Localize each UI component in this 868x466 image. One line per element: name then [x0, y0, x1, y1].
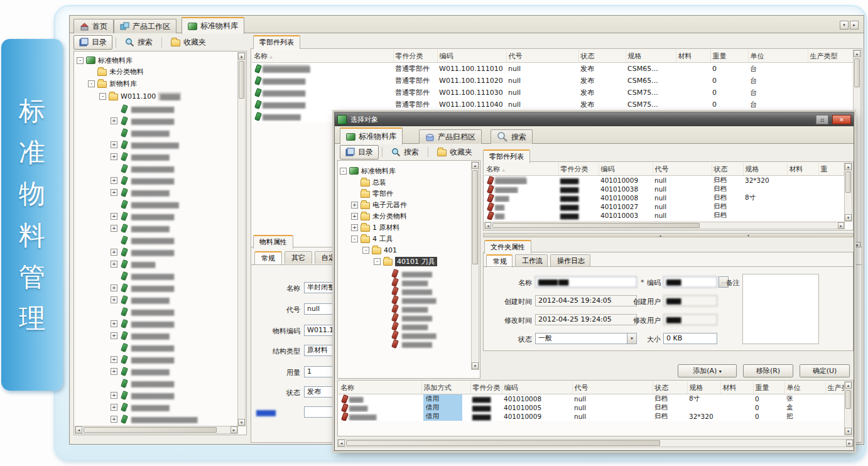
col-class[interactable]: 零件分类: [393, 50, 437, 63]
expand-icon[interactable]: +: [111, 153, 117, 160]
folder-props-tab[interactable]: 文件夹属性: [484, 240, 531, 254]
scroll-thumb[interactable]: [845, 390, 851, 409]
dialog-tree-item[interactable]: ▆▆▆▆▆▆▆: [391, 286, 472, 295]
scroll-thumb[interactable]: [854, 58, 860, 87]
scroll-left-arrow[interactable]: ◂: [75, 426, 82, 433]
col-spec[interactable]: 规格: [743, 163, 787, 176]
expand-icon[interactable]: +: [111, 177, 117, 184]
expand-icon[interactable]: +: [111, 296, 117, 303]
expand-icon[interactable]: +: [111, 404, 117, 411]
col-name[interactable]: 名称: [339, 381, 421, 394]
expand-icon[interactable]: +: [351, 202, 358, 209]
tree-item[interactable]: + ▆▆▆▆▆: [111, 259, 236, 269]
col-add-method[interactable]: 添加方式: [421, 381, 470, 394]
expand-icon[interactable]: +: [111, 189, 117, 196]
dialog-tree-vertical-scrollbar[interactable]: ▴ ▾: [471, 161, 479, 370]
dialog-selected-vertical-scrollbar[interactable]: ▴ ▾: [844, 381, 852, 435]
collapse-icon[interactable]: -: [77, 57, 84, 64]
dialog-tree-node[interactable]: + 1 原材料: [351, 222, 400, 232]
modifier-field[interactable]: ▆▆▆: [663, 314, 717, 325]
expand-icon[interactable]: [111, 273, 117, 279]
material-props-tab[interactable]: 物料属性: [253, 235, 293, 249]
col-code[interactable]: 编码: [502, 381, 572, 394]
col-name[interactable]: 名称 ▵: [484, 163, 558, 176]
tree-item[interactable]: + ▆▆▆▆▆▆▆▆: [111, 330, 236, 340]
expand-icon[interactable]: [111, 380, 117, 387]
tree-item[interactable]: ▆▆▆▆▆▆▆▆▆: [111, 306, 236, 317]
tree-node-root[interactable]: - 标准物料库: [77, 55, 133, 65]
scroll-down-arrow[interactable]: ▾: [845, 214, 852, 221]
dialog-favorites-button[interactable]: 收藏夹: [431, 145, 478, 160]
expand-icon[interactable]: +: [111, 368, 117, 375]
expand-icon[interactable]: +: [111, 117, 117, 124]
creator-field[interactable]: ▆▆▆: [663, 295, 717, 306]
col-weight[interactable]: 重量: [753, 381, 784, 394]
expand-icon[interactable]: +: [111, 213, 117, 220]
scroll-down-arrow[interactable]: ▾: [472, 362, 479, 369]
expand-icon[interactable]: +: [111, 249, 117, 256]
dialog-parts-row[interactable]: ▆▆▆▆▆ ▆▆▆▆ 401010038 null 归档: [484, 185, 844, 193]
tree-item[interactable]: ▆▆▆▆▆▆▆▆▆: [111, 378, 236, 388]
dialog-selected-row[interactable]: ▆▆▆▆ 借用 ▆▆▆▆ 401010005 null 归档 0 盒: [339, 403, 845, 412]
dialog-tree-item[interactable]: ▆▆▆▆▆▆: [391, 322, 472, 330]
expand-icon[interactable]: +: [111, 261, 117, 268]
col-designation[interactable]: 代号: [572, 381, 653, 394]
tree-item[interactable]: ▆▆▆▆▆▆▆▆▆: [111, 342, 236, 352]
col-spec[interactable]: 规格: [687, 381, 720, 394]
collapse-icon[interactable]: -: [374, 258, 381, 265]
col-name[interactable]: 名称 ▵: [252, 50, 393, 63]
folder-subtab-general[interactable]: 常规: [486, 254, 513, 268]
col-material[interactable]: 材料: [676, 50, 710, 63]
expand-icon[interactable]: [111, 129, 117, 136]
scroll-down-arrow[interactable]: ▾: [238, 419, 245, 426]
expand-icon[interactable]: [111, 308, 117, 315]
col-status[interactable]: 状态: [712, 163, 743, 176]
dialog-tree-node[interactable]: - 4 工具: [351, 234, 393, 244]
scroll-thumb[interactable]: [845, 171, 851, 193]
tree-item[interactable]: + ▆▆▆▆▆▆▆▆▆: [111, 211, 236, 221]
tree-item[interactable]: + ▆▆▆▆▆▆▆▆: [111, 366, 236, 376]
dialog-tree-item[interactable]: ▆▆▆▆▆▆▆: [391, 269, 472, 278]
tree-node-unclassified[interactable]: 未分类物料: [88, 67, 144, 77]
col-designation[interactable]: 代号: [506, 50, 578, 63]
folder-subtab-log[interactable]: 操作日志: [550, 254, 590, 267]
tree-item[interactable]: + ▆▆▆▆▆▆▆▆▆: [111, 283, 236, 293]
scroll-thumb[interactable]: [84, 427, 217, 433]
expand-icon[interactable]: +: [111, 356, 117, 363]
scroll-up-arrow[interactable]: ▴: [845, 163, 852, 170]
parts-table-row[interactable]: ▆▆▆▆▆▆▆▆▆ 普通零部件 W011.100.111020 null 发布 …: [252, 75, 854, 87]
expand-icon[interactable]: +: [351, 224, 358, 231]
tree-item[interactable]: + ▆▆▆▆▆▆▆▆: [111, 402, 236, 412]
tree-item[interactable]: + ▆▆▆▆▆▆▆▆▆: [111, 390, 236, 400]
collapse-icon[interactable]: -: [340, 168, 347, 175]
tree-item[interactable]: + ▆▆▆▆▆▆▆▆: [111, 295, 236, 305]
dialog-selected-row[interactable]: ▆▆▆▆▆▆ 借用 ▆▆▆▆ 401010009 null 归档 32*320 …: [339, 412, 845, 421]
dialog-search-button[interactable]: 搜索: [386, 145, 425, 160]
expand-icon[interactable]: +: [111, 284, 117, 291]
dialog-splitter[interactable]: ▴ ▾: [483, 233, 854, 237]
size-field[interactable]: 0 KB: [663, 333, 717, 344]
expand-icon[interactable]: [111, 344, 117, 351]
dialog-parts-list-tab[interactable]: 零部件列表: [483, 149, 530, 163]
search-button[interactable]: 搜索: [119, 35, 158, 50]
tree-item[interactable]: + ▆▆▆▆▆▆▆▆▆: [111, 354, 236, 364]
dialog-tree-root[interactable]: - 标准物料库: [340, 166, 396, 176]
dialog-tree-node-401[interactable]: - 401: [362, 245, 397, 255]
expand-icon[interactable]: +: [111, 225, 117, 232]
expand-icon[interactable]: [111, 237, 117, 244]
dialog-tree-item[interactable]: ▆▆▆▆▆▆: [391, 304, 472, 313]
col-class[interactable]: 零件分类: [558, 163, 599, 176]
favorites-button[interactable]: 收藏夹: [165, 35, 212, 50]
expand-icon[interactable]: +: [111, 141, 117, 148]
dialog-tree-node[interactable]: + 电子元器件: [351, 200, 407, 210]
splitter-down-icon[interactable]: ▾: [747, 234, 749, 237]
expand-icon[interactable]: [111, 165, 117, 172]
tree-item[interactable]: + ▆▆▆▆▆▆▆▆▆▆: [111, 139, 236, 149]
dialog-parts-horizontal-scrollbar[interactable]: ◂ ▸: [484, 222, 845, 229]
splitter-up-icon[interactable]: ▴: [659, 234, 661, 237]
props-subtab-general[interactable]: 常规: [254, 251, 282, 264]
col-designation[interactable]: 代号: [653, 163, 712, 176]
dialog-parts-row[interactable]: ▆▆ ▆▆▆▆ 401010003 null 归档: [484, 211, 844, 220]
tree-item[interactable]: ▆▆▆▆▆▆▆▆▆: [111, 235, 236, 245]
tree-item[interactable]: + ▆▆▆▆▆▆▆▆▆▆▆▆▆▆: [111, 414, 236, 424]
